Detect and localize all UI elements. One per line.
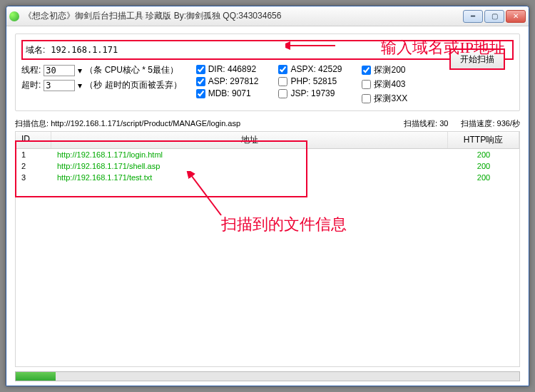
checkbox-input[interactable]	[278, 65, 287, 74]
results-table: ID 地址 HTTP响应 1http://192.168.1.171/login…	[15, 131, 520, 367]
dropdown-icon[interactable]: ▾	[78, 66, 82, 76]
scan-threads-label: 扫描线程:	[404, 119, 437, 128]
col-id[interactable]: ID	[16, 132, 51, 148]
checkbox-input[interactable]	[278, 77, 287, 86]
scan-speed-value: 936/秒	[497, 119, 520, 128]
domain-label: 域名:	[26, 44, 45, 56]
checkbox-探测3xx[interactable]: 探测3XX	[362, 93, 407, 105]
checkbox-dir[interactable]: DIR: 446892	[196, 64, 259, 74]
progress-bar	[15, 371, 520, 381]
domain-input[interactable]	[49, 43, 509, 56]
timeout-dropdown[interactable]	[44, 80, 75, 91]
status-row: 扫描信息: http://192.168.1.171/script/Produc…	[15, 118, 520, 129]
cell-id: 1	[16, 150, 51, 160]
checkbox-探测403[interactable]: 探测403	[362, 78, 407, 91]
titlebar[interactable]: 《想念初恋》御剑后台扫描工具 珍藏版 By:御剑孤独 QQ:343034656 …	[6, 6, 529, 26]
scan-info-value: http://192.168.1.171/script/Product/MANA…	[51, 119, 240, 128]
window-title: 《想念初恋》御剑后台扫描工具 珍藏版 By:御剑孤独 QQ:343034656	[24, 10, 463, 22]
scan-threads-value: 30	[439, 119, 448, 128]
checkbox-input[interactable]	[362, 94, 371, 103]
checkbox-input[interactable]	[362, 80, 371, 89]
start-scan-button[interactable]: 开始扫描	[449, 48, 505, 70]
checkbox-mdb[interactable]: MDB: 9071	[196, 88, 259, 98]
cell-resp: 200	[448, 172, 519, 182]
col-resp[interactable]: HTTP响应	[448, 132, 519, 148]
app-window: 《想念初恋》御剑后台扫描工具 珍藏版 By:御剑孤独 QQ:343034656 …	[6, 6, 529, 386]
table-row[interactable]: 2http://192.168.1.171/shell.asp200	[16, 160, 519, 172]
cell-url: http://192.168.1.171/shell.asp	[51, 161, 448, 171]
cell-resp: 200	[448, 150, 519, 160]
threads-dropdown[interactable]	[44, 65, 75, 76]
minimize-button[interactable]: ━	[463, 10, 483, 23]
checkbox-input[interactable]	[196, 89, 205, 98]
options-row: 线程: ▾ （条 CPU核心 * 5最佳） 超时: ▾ （秒 超时的页面被丢弃）…	[21, 64, 514, 105]
cell-url: http://192.168.1.171/test.txt	[51, 172, 448, 182]
checkbox-php[interactable]: PHP: 52815	[278, 76, 342, 86]
threads-hint: （条 CPU核心 * 5最佳）	[85, 64, 178, 76]
app-icon	[9, 11, 19, 21]
checkbox-jsp[interactable]: JSP: 19739	[278, 88, 342, 98]
dropdown-icon[interactable]: ▾	[78, 81, 82, 91]
options-group: 域名: 线程: ▾ （条 CPU核心 * 5最佳） 超时: ▾ （秒 超时的页面…	[15, 33, 520, 111]
checkbox-input[interactable]	[278, 89, 287, 98]
scan-speed-label: 扫描速度:	[461, 119, 494, 128]
checkbox-asp[interactable]: ASP: 297812	[196, 76, 259, 86]
checkbox-input[interactable]	[196, 77, 205, 86]
checkbox-columns: DIR: 446892 ASP: 297812 MDB: 9071 ASPX: …	[196, 64, 407, 105]
cell-id: 3	[16, 172, 51, 182]
cell-id: 2	[16, 161, 51, 171]
window-controls: ━ ▢ ✕	[463, 10, 526, 23]
close-button[interactable]: ✕	[506, 10, 526, 23]
table-row[interactable]: 3http://192.168.1.171/test.txt200	[16, 172, 519, 183]
scan-info-label: 扫描信息:	[15, 119, 49, 128]
timeout-label: 超时:	[21, 79, 41, 91]
checkbox-input[interactable]	[196, 65, 205, 74]
col-url[interactable]: 地址	[51, 132, 448, 148]
table-row[interactable]: 1http://192.168.1.171/login.html200	[16, 149, 519, 160]
cell-url: http://192.168.1.171/login.html	[51, 150, 448, 160]
maximize-button[interactable]: ▢	[484, 10, 504, 23]
timeout-hint: （秒 超时的页面被丢弃）	[85, 79, 181, 91]
checkbox-探测200[interactable]: 探测200	[362, 64, 407, 76]
threads-label: 线程:	[21, 64, 41, 76]
cell-resp: 200	[448, 161, 519, 171]
checkbox-input[interactable]	[362, 66, 371, 75]
checkbox-aspx[interactable]: ASPX: 42529	[278, 64, 342, 74]
client-area: 域名: 线程: ▾ （条 CPU核心 * 5最佳） 超时: ▾ （秒 超时的页面…	[6, 26, 529, 386]
domain-row: 域名:	[21, 40, 514, 60]
progress-fill	[16, 372, 56, 381]
